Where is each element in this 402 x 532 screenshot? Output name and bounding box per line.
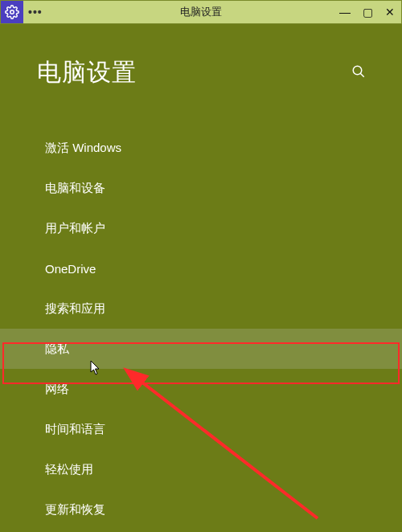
titlebar: ••• 电脑设置 — ▢ ✕: [0, 0, 402, 24]
close-button[interactable]: ✕: [379, 1, 401, 23]
svg-point-0: [10, 10, 14, 14]
nav-item-label: 更新和恢复: [45, 502, 105, 518]
nav-item-ease-of-access[interactable]: 轻松使用: [0, 449, 402, 489]
window-controls: — ▢ ✕: [334, 1, 401, 23]
nav-item-pc-and-devices[interactable]: 电脑和设备: [0, 168, 402, 208]
nav-item-activate-windows[interactable]: 激活 Windows: [0, 128, 402, 168]
svg-point-1: [353, 66, 362, 75]
settings-icon: [1, 1, 23, 23]
nav-item-label: 轻松使用: [45, 462, 93, 477]
minimize-button[interactable]: —: [334, 1, 356, 23]
nav-item-search-and-apps[interactable]: 搜索和应用: [0, 289, 402, 329]
nav-item-label: 用户和帐户: [45, 221, 105, 236]
menu-dots[interactable]: •••: [28, 6, 43, 18]
nav-item-accounts[interactable]: 用户和帐户: [0, 208, 402, 248]
maximize-button[interactable]: ▢: [356, 1, 379, 23]
nav-item-label: 搜索和应用: [45, 301, 105, 317]
svg-line-2: [360, 73, 364, 77]
nav-item-label: 激活 Windows: [45, 141, 121, 156]
search-icon: [351, 64, 366, 82]
search-button[interactable]: [344, 59, 373, 88]
nav-item-network[interactable]: 网络: [0, 369, 402, 409]
nav-item-time-and-language[interactable]: 时间和语言: [0, 409, 402, 449]
nav-item-label: OneDrive: [45, 262, 96, 276]
nav-item-privacy[interactable]: 隐私: [0, 329, 402, 369]
nav-item-onedrive[interactable]: OneDrive: [0, 248, 402, 289]
settings-nav: 激活 Windows 电脑和设备 用户和帐户 OneDrive 搜索和应用 隐私…: [0, 128, 402, 530]
page-title: 电脑设置: [37, 56, 137, 89]
nav-item-label: 时间和语言: [45, 422, 105, 437]
nav-item-label: 电脑和设备: [45, 181, 105, 196]
nav-item-update-and-recovery[interactable]: 更新和恢复: [0, 489, 402, 530]
page-header: 电脑设置: [0, 24, 402, 105]
nav-item-label: 隐私: [45, 342, 69, 357]
nav-item-label: 网络: [45, 382, 69, 397]
content-area: 电脑设置 激活 Windows 电脑和设备 用户和帐户 OneDrive 搜索和…: [0, 24, 402, 532]
